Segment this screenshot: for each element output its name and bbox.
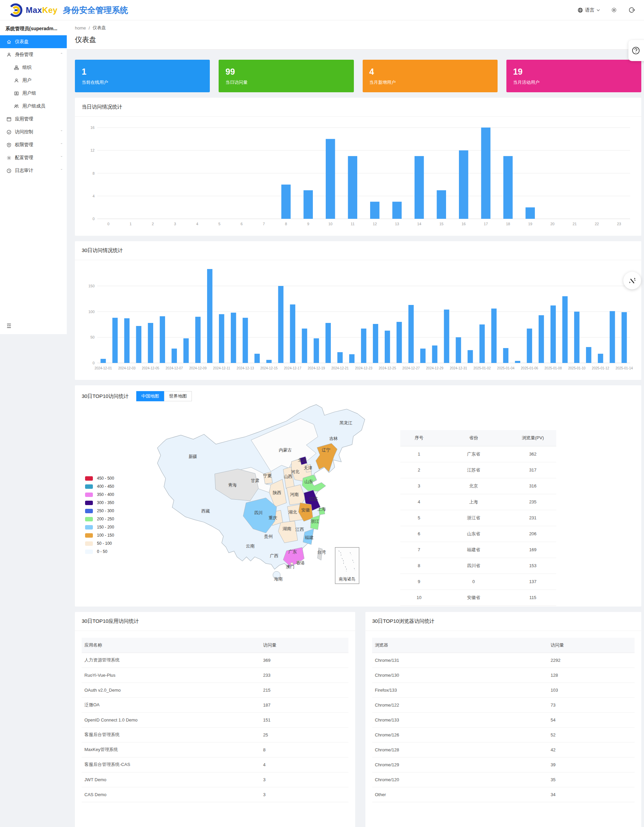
sidebar-item-3[interactable]: 用户 xyxy=(0,74,67,87)
table-cell: 2 xyxy=(400,462,437,478)
sidebar-item-7[interactable]: 访问控制ˇ xyxy=(0,125,67,138)
sidebar-item-4[interactable]: 用户组 xyxy=(0,87,67,100)
province-label-天津: 天津 xyxy=(304,465,313,470)
province-label-上海: 上海 xyxy=(317,506,326,512)
table-cell: 369 xyxy=(260,653,348,668)
legend-range-label: 350 - 400 xyxy=(97,492,114,497)
table-cell: 5 xyxy=(400,510,437,526)
legend-swatch xyxy=(85,476,93,481)
table-cell: Firefox/133 xyxy=(372,682,548,697)
table-row: 客服后台管理系统-CAS4 xyxy=(82,757,348,772)
table-cell: 2292 xyxy=(548,653,635,668)
svg-text:2024-12-31: 2024-12-31 xyxy=(450,366,467,370)
table-cell: 泛微OA xyxy=(82,697,260,712)
settings-button[interactable] xyxy=(610,6,618,14)
table-row: 90137 xyxy=(400,574,556,590)
sidebar-item-10[interactable]: 日志审计ˇ xyxy=(0,164,67,177)
svg-text:2024-12-21: 2024-12-21 xyxy=(331,366,349,370)
svg-text:4: 4 xyxy=(93,194,95,198)
table-cell: Chrome/131 xyxy=(372,653,548,668)
legend-swatch xyxy=(85,493,93,497)
stat-card-label: 当月活动用户 xyxy=(513,80,635,86)
table-cell: 215 xyxy=(260,682,348,697)
table-cell: 35 xyxy=(548,772,635,787)
help-floating-button[interactable] xyxy=(628,40,644,61)
legend-range-label: 200 - 250 xyxy=(97,516,114,521)
sidebar-item-9[interactable]: 配置管理ˇ xyxy=(0,151,67,164)
legend-item[interactable]: 50 - 100 xyxy=(85,541,114,546)
table-cell: RuoYi-Vue-Plus xyxy=(82,668,260,682)
legend-item[interactable]: 300 - 350 xyxy=(85,500,114,505)
panel-hourly-visits: 当日访问情况统计 0481216012345678910111213141516… xyxy=(75,98,641,236)
table-cell: 235 xyxy=(509,494,556,510)
legend-item[interactable]: 200 - 250 xyxy=(85,516,114,521)
breadcrumb-current: 仪表盘 xyxy=(93,25,106,31)
legend-item[interactable]: 100 - 150 xyxy=(85,533,114,538)
sidebar-item-2[interactable]: 组织 xyxy=(0,61,67,74)
theme-wand-floating-button[interactable] xyxy=(623,272,641,289)
svg-text:11: 11 xyxy=(351,222,355,226)
panel-title-30day: 30日访问情况统计 xyxy=(75,241,641,260)
breadcrumb-home[interactable]: home xyxy=(75,25,86,31)
legend-item[interactable]: 250 - 300 xyxy=(85,509,114,513)
table-row: Firefox/133103 xyxy=(372,682,635,697)
panel-top10-browsers: 30日TOP10浏览器访问统计 浏览器访问量Chrome/1312292Chro… xyxy=(366,612,641,827)
svg-text:2024-12-13: 2024-12-13 xyxy=(236,366,254,370)
legend-item[interactable]: 450 - 500 xyxy=(85,476,114,481)
sidebar-item-0[interactable]: 仪表盘 xyxy=(0,35,67,48)
panel-title-hourly: 当日访问情况统计 xyxy=(75,98,641,117)
table-cell: 7 xyxy=(400,542,437,558)
svg-text:2024-12-03: 2024-12-03 xyxy=(118,366,136,370)
svg-text:2024-12-29: 2024-12-29 xyxy=(426,366,444,370)
table-row: 5浙江省231 xyxy=(400,510,556,526)
svg-text:8: 8 xyxy=(285,222,287,226)
china-map: 南海诸岛新疆西藏青海甘肃宁夏内蒙古黑龙江吉林辽宁北京天津河北山西陕西山东河南江苏… xyxy=(151,399,372,588)
sidebar-item-8[interactable]: 权限管理ˇ xyxy=(0,138,67,151)
sidebar-item-label: 配置管理 xyxy=(15,154,61,161)
breadcrumb-separator: / xyxy=(89,25,90,31)
breadcrumb: home / 仪表盘 xyxy=(75,25,636,31)
svg-text:16: 16 xyxy=(462,222,466,226)
sidebar-item-1[interactable]: 身份管理ˆ xyxy=(0,48,67,61)
province-label-北京: 北京 xyxy=(298,457,307,463)
permission-icon xyxy=(6,142,11,148)
svg-text:2024-12-25: 2024-12-25 xyxy=(379,366,396,370)
table-cell: 103 xyxy=(548,682,635,697)
province-label-湖南: 湖南 xyxy=(283,526,291,531)
legend-range-label: 250 - 300 xyxy=(97,509,114,513)
table-header: 应用名称 xyxy=(82,638,260,653)
stat-card-label: 当前在线用户 xyxy=(82,80,203,86)
legend-item[interactable]: 400 - 450 xyxy=(85,484,114,489)
sidebar-item-5[interactable]: 用户组成员 xyxy=(0,100,67,112)
language-menu[interactable]: 语言 xyxy=(577,7,600,13)
map-legend: 450 - 500 400 - 450 350 - 400 300 - 350 … xyxy=(85,476,114,557)
sidebar-item-6[interactable]: 应用管理 xyxy=(0,112,67,125)
logout-button[interactable] xyxy=(628,6,635,14)
legend-item[interactable]: 350 - 400 xyxy=(85,492,114,497)
province-label-山东: 山东 xyxy=(304,479,313,484)
table-cell: 1 xyxy=(400,446,437,462)
sidebar-item-label: 权限管理 xyxy=(15,142,61,148)
table-cell: 233 xyxy=(260,668,348,682)
access-control-icon xyxy=(6,130,11,135)
svg-text:20: 20 xyxy=(551,222,555,226)
table-cell: 广东省 xyxy=(437,446,509,462)
table-cell: 54 xyxy=(548,712,635,727)
legend-item[interactable]: 150 - 200 xyxy=(85,525,114,529)
legend-item[interactable]: 0 - 50 xyxy=(85,549,114,554)
table-row: 3北京316 xyxy=(400,478,556,494)
org-icon xyxy=(14,65,19,70)
sidebar-item-label: 访问控制 xyxy=(15,129,61,135)
stat-card-value: 1 xyxy=(82,67,203,76)
svg-text:2024-12-11: 2024-12-11 xyxy=(213,366,230,370)
province-label-澳门: 澳门 xyxy=(285,564,294,569)
table-cell: 3 xyxy=(260,772,348,787)
table-cell: CAS Demo xyxy=(82,787,260,802)
table-cell: 6 xyxy=(400,526,437,542)
svg-text:9: 9 xyxy=(307,222,309,226)
svg-text:2024-12-19: 2024-12-19 xyxy=(308,366,325,370)
table-cell: OpenID Connect 1.0 Demo xyxy=(82,712,260,727)
stat-card-value: 4 xyxy=(369,67,491,76)
province-label-河南: 河南 xyxy=(290,492,299,497)
sidebar-collapse-button[interactable] xyxy=(6,323,12,329)
